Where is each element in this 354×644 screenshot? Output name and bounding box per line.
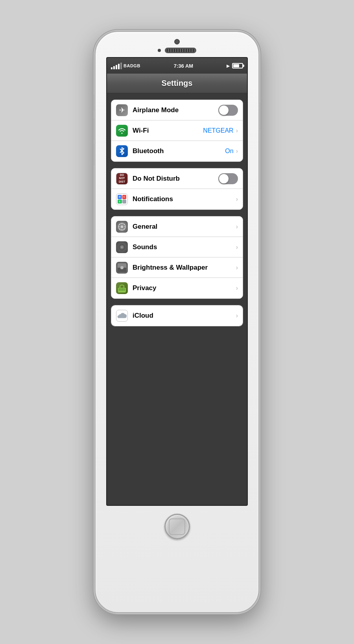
airplane-mode-row[interactable]: ✈ Airplane Mode [111, 100, 243, 120]
svg-rect-18 [119, 289, 120, 289]
wifi-chevron: › [236, 127, 238, 134]
notifications-icon: M C S [116, 193, 128, 205]
bluetooth-row[interactable]: Bluetooth On › [111, 141, 243, 161]
svg-rect-22 [119, 290, 120, 291]
general-icon [116, 221, 128, 233]
general-label: General [133, 223, 236, 231]
play-icon: ▶ [227, 64, 230, 68]
general-chevron: › [236, 223, 238, 230]
svg-rect-19 [120, 289, 122, 289]
wifi-network-name: NETGEAR [203, 127, 233, 134]
svg-line-6 [119, 224, 120, 225]
carrier-label: BADGB [124, 63, 140, 68]
battery-indicator [232, 63, 243, 68]
sounds-label: Sounds [133, 243, 236, 251]
svg-line-9 [119, 228, 120, 229]
battery-fill [233, 64, 239, 67]
sounds-icon [116, 241, 128, 253]
settings-group-services: iCloud › [111, 305, 243, 326]
icloud-row[interactable]: iCloud › [111, 305, 243, 326]
bluetooth-status: On [225, 148, 233, 155]
front-camera-dot [158, 49, 161, 52]
svg-rect-24 [122, 290, 123, 291]
brightness-wallpaper-label: Brightness & Wallpaper [133, 264, 236, 272]
bluetooth-chevron: › [236, 148, 238, 155]
privacy-icon [116, 282, 128, 294]
title-bar: Settings [107, 74, 247, 93]
phone-frame: BADGB 7:36 AM ▶ Settings ✈ Ai [94, 31, 260, 613]
phone-top [96, 32, 258, 57]
svg-line-7 [124, 228, 125, 229]
dnd-icon: DONOTDIST [116, 173, 128, 185]
bluetooth-icon [116, 145, 128, 157]
camera [174, 39, 180, 44]
speaker-grille [165, 48, 196, 53]
wifi-icon [116, 125, 128, 137]
settings-group-control: DONOTDIST Do Not Disturb M C S [111, 168, 243, 210]
svg-line-8 [124, 224, 125, 225]
signal-bars [111, 63, 122, 69]
screen: BADGB 7:36 AM ▶ Settings ✈ Ai [106, 57, 248, 506]
wifi-row[interactable]: Wi-Fi NETGEAR › [111, 120, 243, 141]
speaker-area [158, 48, 196, 53]
notifications-label: Notifications [133, 195, 236, 203]
privacy-label: Privacy [133, 284, 236, 292]
wifi-value-area: NETGEAR › [203, 127, 238, 134]
volume-up-button[interactable] [92, 118, 95, 140]
sounds-chevron: › [236, 244, 238, 251]
privacy-row[interactable]: Privacy › [111, 278, 243, 298]
brightness-chevron: › [236, 264, 238, 271]
dnd-label: Do Not Disturb [133, 175, 218, 183]
icloud-icon [116, 310, 128, 322]
svg-point-1 [121, 225, 124, 228]
phone-bottom [96, 506, 258, 551]
svg-rect-23 [120, 290, 122, 291]
svg-rect-21 [124, 289, 125, 289]
notifications-chevron: › [236, 196, 238, 203]
brightness-row[interactable]: Brightness & Wallpaper › [111, 257, 243, 278]
general-row[interactable]: General › [111, 217, 243, 237]
status-time: 7:36 AM [174, 63, 193, 69]
sounds-row[interactable]: Sounds › [111, 237, 243, 257]
settings-group-device: General › Sounds › [111, 216, 243, 299]
airplane-mode-toggle[interactable] [218, 105, 238, 116]
page-title: Settings [162, 79, 193, 88]
status-left: BADGB [111, 63, 140, 69]
airplane-mode-label: Airplane Mode [133, 106, 218, 114]
volume-down-button[interactable] [92, 144, 95, 166]
icloud-chevron: › [236, 312, 238, 319]
notifications-row[interactable]: M C S Notifications › [111, 189, 243, 209]
mute-button[interactable] [92, 95, 95, 111]
brightness-icon [116, 262, 128, 274]
wifi-label: Wi-Fi [133, 127, 203, 135]
home-button[interactable] [164, 514, 190, 539]
svg-point-16 [120, 266, 124, 269]
dnd-row[interactable]: DONOTDIST Do Not Disturb [111, 168, 243, 189]
status-bar: BADGB 7:36 AM ▶ [107, 58, 247, 74]
icloud-label: iCloud [133, 312, 236, 320]
bluetooth-value-area: On › [225, 148, 238, 155]
settings-group-connectivity: ✈ Airplane Mode Wi-Fi [111, 100, 243, 162]
bluetooth-label: Bluetooth [133, 147, 225, 155]
svg-point-13 [122, 247, 122, 248]
privacy-chevron: › [236, 285, 238, 292]
dnd-toggle[interactable] [218, 173, 238, 184]
status-right: ▶ [227, 63, 243, 68]
svg-rect-25 [124, 290, 125, 291]
home-button-inner [169, 518, 185, 535]
settings-content: ✈ Airplane Mode Wi-Fi [107, 93, 247, 333]
airplane-mode-icon: ✈ [116, 104, 128, 116]
svg-rect-20 [122, 289, 123, 289]
power-button[interactable] [259, 103, 262, 130]
